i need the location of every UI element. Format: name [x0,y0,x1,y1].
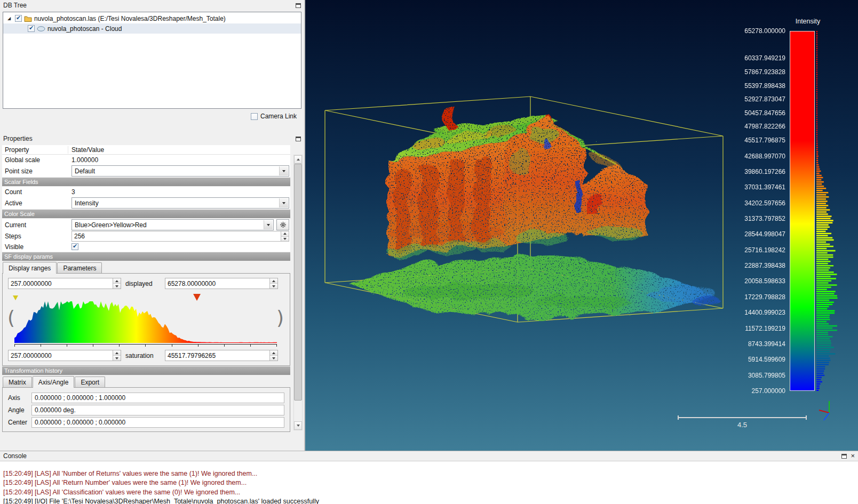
camera-link-checkbox[interactable] [251,113,258,120]
tree-item-label: nuvola_photoscan - Cloud [47,25,122,33]
axis-value-field[interactable]: 0.000000 ; 0.000000 ; 1.000000 [31,393,284,403]
visibility-checkbox[interactable] [28,25,35,32]
saturation-max-value: 45517.79796265 [165,350,269,361]
range-handle-right[interactable]: ) [276,308,284,327]
row-axis: Axis 0.000000 ; 0.000000 ; 1.000000 [8,393,284,403]
colorbar-label: 8743.399414 [748,340,785,348]
point-size-dropdown[interactable]: Default [72,165,289,177]
scrollbar-track[interactable] [294,164,302,421]
section-scalar-fields: Scalar Fields [2,178,290,186]
range-handle-left[interactable]: ( [7,308,15,327]
colorbar-label: 5914.599609 [748,356,785,363]
display-min-spinbox[interactable]: 257.00000000 [8,278,121,289]
db-tree[interactable]: ◢ nuvola_photoscan.las (E:/Tesi Novalesa… [3,12,301,109]
center-label: Center [8,419,31,426]
display-max-spinbox[interactable]: 65278.00000000 [165,278,278,289]
display-min-value: 257.00000000 [9,278,113,289]
db-tree-panel: DB Tree ◢ nuvola_photoscan.las (E:/Tesi … [0,0,304,133]
colorbar-label: 3085.799805 [748,372,785,379]
property-label: Current [2,221,68,229]
colorbar-title: Intensity [775,18,841,25]
color-scale-editor-button[interactable] [276,219,289,230]
row-steps: Steps 256 [2,231,290,242]
console-message: [15:20:49] [LAS] All 'Number of Returns'… [3,469,858,478]
scrollbar-thumb[interactable] [294,164,302,401]
gear-icon [280,221,287,228]
float-panel-icon[interactable] [296,137,301,141]
property-value: 1.000000 [68,156,290,164]
properties-title: Properties [3,135,33,142]
float-panel-icon[interactable] [841,454,847,459]
steps-spinbox[interactable]: 256 [72,231,289,242]
visibility-checkbox[interactable] [15,15,22,22]
sf-histogram[interactable]: ( ) [14,293,277,349]
console-title: Console [3,452,27,460]
scale-bar: 4.5 [678,417,807,429]
point-cloud-building [345,105,718,316]
scroll-down-button[interactable] [294,421,302,430]
property-label: Global scale [2,156,68,164]
display-max-value: 65278.00000000 [165,278,269,289]
properties-scrollbar[interactable] [293,155,303,430]
property-label: Active [2,199,68,207]
row-global-scale: Global scale 1.000000 [2,155,290,165]
colorbar-label: 39860.197266 [744,168,785,175]
saturation-label: saturation [125,352,161,359]
color-scale-value: Blue>Green>Yellow>Red [75,221,147,229]
tree-item-file[interactable]: ◢ nuvola_photoscan.las (E:/Tesi Novalesa… [3,13,301,23]
color-scale-dropdown[interactable]: Blue>Green>Yellow>Red [72,219,274,230]
close-panel-icon[interactable]: × [851,453,855,459]
colorbar-histogram [816,31,841,391]
saturation-min-value: 257.00000000 [9,350,113,361]
spinner-buttons[interactable] [113,350,121,361]
tab-export[interactable]: Export [75,377,105,387]
console-message: [15:20:49] [LAS] All 'Classification' va… [3,488,858,497]
folder-icon [24,15,32,22]
colorbar-label: 20058.598633 [744,277,785,285]
tree-item-label: nuvola_photoscan.las (E:/Tesi Novalesa/3… [34,15,226,22]
float-panel-icon[interactable] [296,3,301,8]
camera-link-row: Camera Link [0,109,304,124]
colorbar-label: 22887.398438 [744,262,785,269]
scroll-up-button[interactable] [294,155,302,164]
center-value-field[interactable]: 0.000000 ; 0.000000 ; 0.000000 [31,417,284,428]
properties-table-header: Property State/Value [2,145,290,155]
tree-item-cloud[interactable]: nuvola_photoscan - Cloud [3,23,301,34]
tab-axis-angle[interactable]: Axis/Angle [33,376,75,388]
colorbar-label: 45517.796875 [744,137,785,144]
colorbar-label: 37031.397461 [744,183,785,191]
sf-display-tabs: Display ranges Parameters [2,261,290,273]
spinner-buttons[interactable] [113,278,121,289]
saturation-max-spinbox[interactable]: 45517.79796265 [165,350,278,361]
tab-parameters[interactable]: Parameters [57,262,102,273]
properties-titlebar: Properties [0,133,304,144]
left-panel-column: DB Tree ◢ nuvola_photoscan.las (E:/Tesi … [0,0,305,451]
expand-arrow-icon[interactable]: ◢ [7,16,13,21]
spinner-buttons[interactable] [269,278,277,289]
console-panel: Console × [15:20:49] [LAS] All 'Number o… [0,451,858,504]
section-sf-display-params: SF display params [2,252,290,261]
cloud-icon [37,26,45,32]
row-center: Center 0.000000 ; 0.000000 ; 0.000000 [8,417,284,428]
active-sf-dropdown[interactable]: Intensity [72,197,289,209]
saturation-marker[interactable] [193,294,201,301]
tab-matrix[interactable]: Matrix [3,377,32,387]
min-saturation-marker[interactable] [13,295,18,300]
saturation-min-spinbox[interactable]: 257.00000000 [8,350,121,361]
colorbar-label: 17229.798828 [744,293,785,301]
angle-value-field[interactable]: 0.000000 deg. [31,405,284,415]
colorbar-label: 257.000000 [752,387,785,395]
colorbar-label: 65278.000000 [744,27,785,35]
row-visible: Visible [2,242,290,252]
viewport-3d[interactable]: Intensity 65278.00000060337.94921957867.… [305,0,858,451]
row-current-scale: Current Blue>Green>Yellow>Red [2,219,290,231]
colorbar-label: 31373.797852 [744,215,785,222]
spinner-buttons[interactable] [269,350,277,361]
camera-link-label: Camera Link [260,113,297,120]
tab-display-ranges[interactable]: Display ranges [3,262,57,274]
colorbar-gradient [790,31,815,391]
colorbar-label: 57867.923828 [744,68,785,76]
spinner-buttons[interactable] [281,231,289,241]
db-tree-title: DB Tree [3,2,27,9]
scale-visible-checkbox[interactable] [72,243,78,250]
